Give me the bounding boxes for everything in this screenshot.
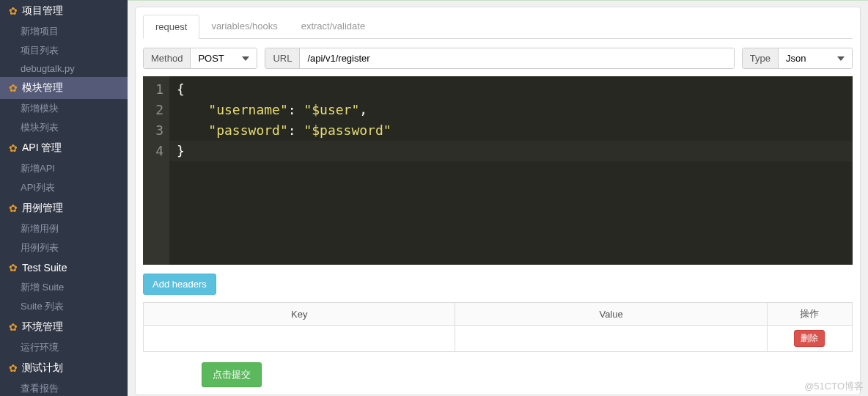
tab-extract-validate[interactable]: extract/validate (290, 15, 377, 38)
nav-group-header[interactable]: ✿模块管理 (0, 77, 128, 99)
gear-icon: ✿ (9, 321, 18, 333)
nav-item[interactable]: API列表 (0, 178, 128, 197)
code-gutter: 1234 (143, 76, 169, 265)
nav-group-header[interactable]: ✿Test Suite (0, 257, 128, 278)
url-label: URL (265, 48, 300, 68)
nav-group-header[interactable]: ✿测试计划 (0, 357, 128, 379)
request-config-row: Method POST URL Type Json (143, 48, 853, 69)
nav-group-label: 测试计划 (22, 362, 63, 375)
header-value-cell[interactable] (455, 326, 767, 352)
nav-item[interactable]: 查看报告 (0, 379, 128, 396)
col-action: 操作 (767, 303, 852, 326)
submit-button[interactable]: 点击提交 (202, 362, 262, 387)
gear-icon: ✿ (9, 362, 18, 374)
nav-group-header[interactable]: ✿项目管理 (0, 0, 128, 22)
nav-group-label: API 管理 (22, 142, 62, 155)
nav-group-label: 用例管理 (22, 202, 63, 215)
nav-item[interactable]: 新增 Suite (0, 278, 128, 297)
sidebar: ✿项目管理新增项目项目列表debugtalk.py✿模块管理新增模块模块列表✿A… (0, 0, 128, 396)
json-body-editor[interactable]: 1234 { "username": "$user", "password": … (143, 76, 853, 265)
gear-icon: ✿ (9, 202, 18, 214)
submit-row: 点击提交 (143, 362, 853, 387)
nav-item[interactable]: 模块列表 (0, 118, 128, 137)
tabs: request variables/hooks extract/validate (143, 15, 853, 39)
nav-item[interactable]: 用例列表 (0, 238, 128, 257)
nav-item[interactable]: 新增模块 (0, 99, 128, 118)
tab-request[interactable]: request (143, 15, 199, 39)
header-key-cell[interactable] (144, 326, 455, 352)
nav-item[interactable]: 运行环境 (0, 338, 128, 357)
nav-group-label: 项目管理 (22, 4, 63, 18)
nav-group-label: 环境管理 (22, 320, 63, 334)
type-label: Type (743, 48, 779, 68)
gear-icon: ✿ (9, 142, 18, 154)
url-group: URL (265, 48, 734, 69)
gear-icon: ✿ (9, 82, 18, 94)
method-select[interactable]: POST (191, 48, 257, 68)
nav-group-label: 模块管理 (22, 81, 63, 95)
nav-item[interactable]: 项目列表 (0, 41, 128, 60)
gear-icon: ✿ (9, 262, 18, 274)
nav-item[interactable]: 新增项目 (0, 22, 128, 41)
panel: request variables/hooks extract/validate… (135, 7, 861, 395)
nav-item[interactable]: debugtalk.py (0, 60, 128, 77)
gear-icon: ✿ (9, 5, 18, 17)
nav-item[interactable]: 新增API (0, 159, 128, 178)
nav-item[interactable]: 新增用例 (0, 219, 128, 238)
method-group: Method POST (143, 48, 257, 69)
method-label: Method (144, 48, 191, 68)
add-headers-button[interactable]: Add headers (143, 274, 216, 295)
watermark: @51CTO博客 (804, 380, 864, 393)
nav-group-label: Test Suite (22, 262, 67, 274)
col-key: Key (144, 303, 455, 326)
active-line-highlight (169, 141, 853, 161)
top-accent-bar (128, 0, 868, 1)
table-header-row: Key Value 操作 (144, 303, 853, 326)
nav-group-header[interactable]: ✿API 管理 (0, 137, 128, 159)
url-input[interactable] (300, 48, 733, 68)
main: request variables/hooks extract/validate… (128, 0, 868, 396)
table-row: 删除 (144, 326, 853, 352)
nav-group-header[interactable]: ✿环境管理 (0, 316, 128, 338)
col-value: Value (455, 303, 767, 326)
type-select[interactable]: Json (779, 48, 852, 68)
nav-item[interactable]: Suite 列表 (0, 297, 128, 316)
type-group: Type Json (742, 48, 853, 69)
headers-table: Key Value 操作 删除 (143, 302, 853, 352)
nav-group-header[interactable]: ✿用例管理 (0, 197, 128, 219)
tab-variables-hooks[interactable]: variables/hooks (199, 15, 289, 38)
delete-row-button[interactable]: 删除 (794, 330, 825, 347)
code-lines[interactable]: { "username": "$user", "password": "$pas… (169, 76, 853, 265)
